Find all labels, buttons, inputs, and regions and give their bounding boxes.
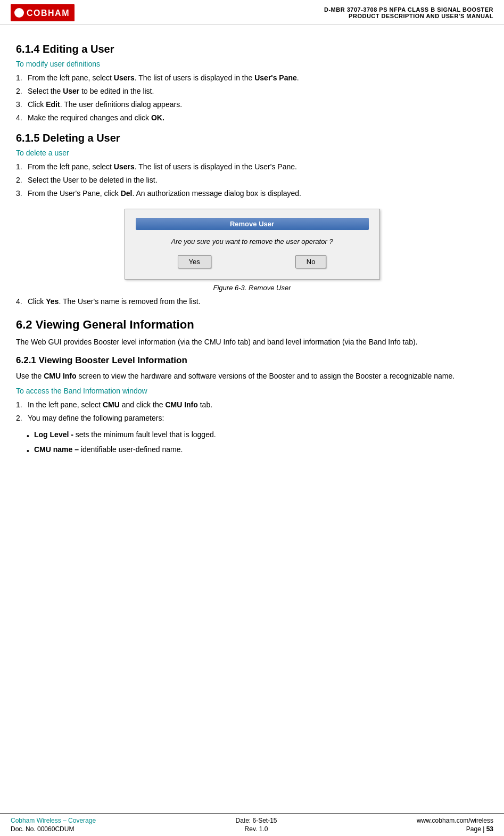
- header-title-area: D-MBR 3707-3708 PS NFPA CLASS B SIGNAL B…: [324, 6, 493, 19]
- dialog-yes-button[interactable]: Yes: [178, 255, 211, 268]
- bold-cmu-info-tab: CMU Info: [165, 400, 197, 409]
- list-item: 1. From the left pane, select Users. The…: [16, 72, 488, 84]
- remove-user-dialog: Remove User Are you sure you want to rem…: [125, 209, 380, 280]
- footer-center: Date: 6-Set-15 Rev. 1.0: [235, 817, 277, 833]
- dialog-no-button[interactable]: No: [295, 255, 327, 268]
- section-615-step4: 4. Click Yes. The User's name is removed…: [16, 296, 488, 307]
- list-item: 2. You may define the following paramete…: [16, 413, 488, 424]
- list-item: 3. Click Edit. The user definitions dial…: [16, 99, 488, 110]
- page-footer: Cobham Wireless – Coverage Doc. No. 0006…: [0, 813, 504, 836]
- bold-del: Del: [121, 189, 133, 198]
- section-614-steps: 1. From the left pane, select Users. The…: [16, 72, 488, 124]
- section-615-heading: 6.1.5 Deleting a User: [16, 132, 488, 144]
- section-614-teal-heading: To modify user definitions: [16, 60, 488, 68]
- footer-left: Cobham Wireless – Coverage Doc. No. 0006…: [11, 817, 96, 833]
- list-item: 3. From the User's Pane, click Del. An a…: [16, 188, 488, 199]
- footer-website: www.cobham.com/wireless: [417, 817, 493, 824]
- para-text-before: Use the: [16, 372, 44, 380]
- figure-caption: Figure 6-3. Remove User: [213, 284, 291, 292]
- dialog-container: Remove User Are you sure you want to rem…: [16, 209, 488, 292]
- bold-edit: Edit: [46, 100, 60, 109]
- bold-users-2: Users: [114, 162, 135, 171]
- page-wrapper: COBHAM D-MBR 3707-3708 PS NFPA CLASS B S…: [0, 0, 504, 836]
- dialog-message: Are you sure you want to remove the user…: [136, 237, 369, 245]
- page-header: COBHAM D-MBR 3707-3708 PS NFPA CLASS B S…: [0, 0, 504, 25]
- bold-cmu: CMU: [103, 400, 120, 409]
- bold-user: User: [63, 87, 79, 95]
- bullet-text-2: CMU name – identifiable user-defined nam…: [34, 444, 183, 455]
- section-62-para: The Web GUI provides Booster level infor…: [16, 336, 488, 348]
- footer-rev: Rev. 1.0: [235, 825, 277, 833]
- dialog-buttons: Yes No: [136, 255, 369, 268]
- footer-date: Date: 6-Set-15: [235, 817, 277, 824]
- footer-right: www.cobham.com/wireless Page | 53: [417, 817, 493, 833]
- svg-text:COBHAM: COBHAM: [27, 9, 70, 18]
- list-item: • CMU name – identifiable user-defined n…: [27, 444, 488, 457]
- header-title-line2: PRODUCT DESCRIPTION AND USER'S MANUAL: [324, 13, 493, 19]
- bullet-text-1: Log Level - sets the minimum fault level…: [34, 429, 216, 440]
- bullet-list: • Log Level - sets the minimum fault lev…: [16, 429, 488, 457]
- para-text-after: screen to view the hardware and software…: [77, 372, 455, 380]
- main-content: 6.1.4 Editing a User To modify user defi…: [0, 25, 504, 813]
- logo-area: COBHAM: [11, 4, 75, 21]
- bold-users-pane: User's Pane: [254, 73, 297, 82]
- bold-yes: Yes: [46, 297, 59, 306]
- list-item: 4. Make the required changes and click O…: [16, 112, 488, 124]
- section-621-para: Use the CMU Info screen to view the hard…: [16, 370, 488, 382]
- section-621-heading: 6.2.1 Viewing Booster Level Information: [16, 355, 488, 366]
- footer-doc: Doc. No. 00060CDUM: [11, 825, 96, 833]
- dialog-title-bar: Remove User: [136, 218, 369, 230]
- svg-point-1: [14, 8, 24, 18]
- bold-ok: OK.: [151, 113, 164, 122]
- cobham-logo-svg: COBHAM: [11, 4, 75, 21]
- footer-page: Page | 53: [417, 825, 493, 833]
- header-title-line1: D-MBR 3707-3708 PS NFPA CLASS B SIGNAL B…: [324, 6, 493, 13]
- section-621-steps: 1. In the left pane, select CMU and clic…: [16, 399, 488, 424]
- list-item: 1. From the left pane, select Users. The…: [16, 161, 488, 173]
- bold-users-1: Users: [114, 73, 135, 82]
- section-615-teal-heading: To delete a user: [16, 149, 488, 157]
- list-item: 2. Select the User to be edited in the l…: [16, 86, 488, 97]
- section-621-teal-heading: To access the Band Information window: [16, 387, 488, 395]
- list-item: • Log Level - sets the minimum fault lev…: [27, 429, 488, 442]
- section-615-steps: 1. From the left pane, select Users. The…: [16, 161, 488, 199]
- section-62-heading: 6.2 Viewing General Information: [16, 318, 488, 332]
- list-item: 2. Select the User to be deleted in the …: [16, 175, 488, 186]
- list-item: 4. Click Yes. The User's name is removed…: [16, 296, 488, 307]
- list-item: 1. In the left pane, select CMU and clic…: [16, 399, 488, 411]
- section-614-heading: 6.1.4 Editing a User: [16, 43, 488, 55]
- bold-cmu-info: CMU Info: [44, 372, 76, 380]
- footer-company: Cobham Wireless – Coverage: [11, 817, 96, 824]
